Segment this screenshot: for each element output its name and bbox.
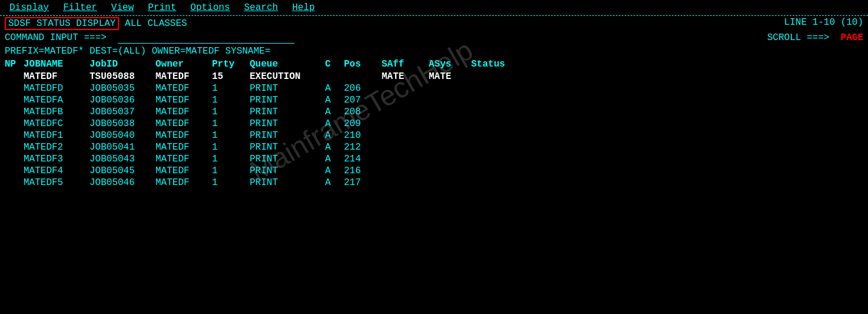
cell-jobname: MATEDFC: [24, 118, 90, 129]
cell-prty: 1: [212, 154, 250, 164]
cell-np: [5, 166, 24, 176]
cell-status: [471, 142, 542, 153]
cell-prty: 1: [212, 142, 250, 153]
cell-status: [471, 154, 542, 164]
title-rest: ALL CLASSES: [119, 18, 187, 29]
cell-jobid: TSU05088: [90, 71, 155, 82]
cell-status: [471, 83, 542, 94]
command-line: COMMAND INPUT ===> SCROLL ===> PAGE: [0, 31, 868, 45]
cell-jobname: MATEDF5: [24, 177, 90, 188]
table-row[interactable]: MATEDFDJOB05035MATEDF1PRINTA206: [5, 82, 863, 94]
cell-np: [5, 154, 24, 164]
table-container: NP JOBNAME JobID Owner Prty Queue C Pos …: [0, 58, 868, 189]
table-row[interactable]: MATEDFTSU05088MATEDF15EXECUTIONMATEMATE: [5, 71, 863, 82]
cell-status: [471, 118, 542, 129]
cell-owner: MATEDF: [155, 166, 212, 176]
col-header-prty: Prty: [212, 59, 250, 70]
cell-owner: MATEDF: [155, 95, 212, 105]
status-title-area: SDSF STATUS DISPLAY ALL CLASSES: [5, 17, 187, 30]
status-line: SDSF STATUS DISPLAY ALL CLASSES LINE 1-1…: [0, 16, 868, 31]
table-row[interactable]: MATEDF1JOB05040MATEDF1PRINTA210: [5, 130, 863, 141]
cell-jobname: MATEDFA: [24, 95, 90, 105]
cell-c: A: [325, 154, 344, 164]
col-header-jobid: JobID: [90, 59, 155, 70]
table-row[interactable]: MATEDFAJOB05036MATEDF1PRINTA207: [5, 94, 863, 106]
cell-pos: 214: [344, 154, 382, 164]
col-header-asys: ASys: [429, 59, 471, 70]
table-row[interactable]: MATEDFCJOB05038MATEDF1PRINTA209: [5, 118, 863, 130]
cell-np: [5, 130, 24, 141]
cell-asys: [429, 95, 471, 105]
cell-queue: PRINT: [250, 130, 325, 141]
cell-owner: MATEDF: [155, 142, 212, 153]
table-row[interactable]: MATEDF3JOB05043MATEDF1PRINTA214: [5, 153, 863, 165]
cell-prty: 1: [212, 107, 250, 117]
cell-asys: [429, 142, 471, 153]
cell-queue: PRINT: [250, 142, 325, 153]
cell-pos: 209: [344, 118, 382, 129]
sdsf-title: SDSF STATUS DISPLAY: [5, 17, 119, 30]
menu-options[interactable]: Options: [190, 2, 230, 13]
cell-asys: [429, 154, 471, 164]
cell-c: [325, 71, 344, 82]
menu-display[interactable]: Display: [9, 2, 49, 13]
menu-search[interactable]: Search: [244, 2, 279, 13]
table-row[interactable]: MATEDF2JOB05041MATEDF1PRINTA212: [5, 141, 863, 153]
command-input[interactable]: [118, 32, 294, 44]
menu-view[interactable]: View: [111, 2, 134, 13]
cell-owner: MATEDF: [155, 83, 212, 94]
cell-prty: 1: [212, 130, 250, 141]
menu-filter[interactable]: Filter: [63, 2, 97, 13]
cell-pos: 212: [344, 142, 382, 153]
col-header-pos: Pos: [344, 59, 382, 70]
cell-c: A: [325, 130, 344, 141]
cell-queue: EXECUTION: [250, 71, 325, 82]
cell-np: [5, 142, 24, 153]
cell-c: A: [325, 83, 344, 94]
cell-pos: [344, 71, 382, 82]
cell-saff: [382, 95, 429, 105]
cell-pos: 207: [344, 95, 382, 105]
cell-pos: 216: [344, 166, 382, 176]
cell-owner: MATEDF: [155, 177, 212, 188]
cell-jobname: MATEDFB: [24, 107, 90, 117]
cell-asys: [429, 166, 471, 176]
cell-prty: 15: [212, 71, 250, 82]
cell-queue: PRINT: [250, 166, 325, 176]
cell-jobname: MATEDF: [24, 71, 90, 82]
cell-jobname: MATEDF3: [24, 154, 90, 164]
cell-asys: [429, 107, 471, 117]
table-row[interactable]: MATEDF4JOB05045MATEDF1PRINTA216: [5, 165, 863, 177]
scroll-value: PAGE: [841, 32, 863, 43]
cell-asys: [429, 130, 471, 141]
table-row[interactable]: MATEDF5JOB05046MATEDF1PRINTA217: [5, 177, 863, 189]
cell-c: A: [325, 177, 344, 188]
cell-jobname: MATEDF1: [24, 130, 90, 141]
col-header-jobname: JOBNAME: [24, 59, 90, 70]
scroll-area: SCROLL ===> PAGE: [767, 32, 863, 44]
cell-pos: 208: [344, 107, 382, 117]
table-row[interactable]: MATEDFBJOB05037MATEDF1PRINTA208: [5, 106, 863, 118]
cell-pos: 206: [344, 83, 382, 94]
cell-saff: [382, 142, 429, 153]
command-label: COMMAND INPUT ===>: [5, 32, 107, 43]
cell-jobid: JOB05035: [90, 83, 155, 94]
cell-owner: MATEDF: [155, 71, 212, 82]
cell-saff: [382, 118, 429, 129]
cell-saff: [382, 154, 429, 164]
cell-jobid: JOB05046: [90, 177, 155, 188]
cell-prty: 1: [212, 118, 250, 129]
menu-help[interactable]: Help: [292, 2, 314, 13]
cell-prty: 1: [212, 177, 250, 188]
command-label-area: COMMAND INPUT ===>: [5, 32, 294, 44]
cell-np: [5, 83, 24, 94]
prefix-line: PREFIX=MATEDF* DEST=(ALL) OWNER=MATEDF S…: [0, 45, 868, 58]
cell-saff: [382, 130, 429, 141]
table-header: NP JOBNAME JobID Owner Prty Queue C Pos …: [5, 58, 863, 71]
menu-print[interactable]: Print: [148, 2, 176, 13]
cell-owner: MATEDF: [155, 154, 212, 164]
cell-jobid: JOB05037: [90, 107, 155, 117]
cell-status: [471, 177, 542, 188]
cell-jobid: JOB05038: [90, 118, 155, 129]
cell-asys: [429, 118, 471, 129]
